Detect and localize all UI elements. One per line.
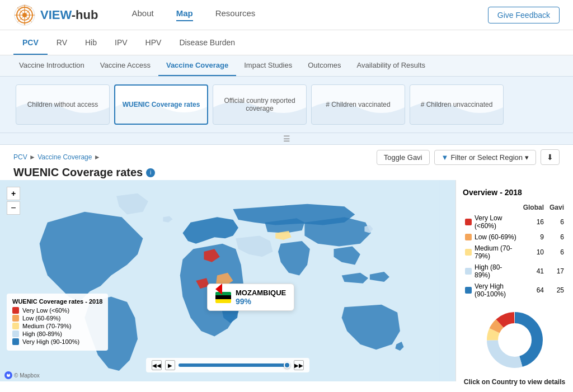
filter-region-label: Filter or Select Region (450, 153, 523, 162)
vaccine-tab-ipv[interactable]: IPV (106, 30, 137, 55)
timeline-forward-button[interactable]: ▶▶ (294, 360, 304, 370)
timeline-track[interactable] (179, 363, 290, 367)
logo: VIEW-hub (13, 4, 98, 26)
cards-row: Children without access WUENIC Coverage … (0, 77, 573, 133)
legend-color-high (12, 330, 19, 337)
breadcrumb-title-area: PCV ► Vaccine Coverage ► Toggle Gavi ▼ F… (0, 145, 573, 180)
card-wuenic-coverage[interactable]: WUENIC Coverage rates (114, 84, 208, 125)
card-official-coverage-label: Official country reported coverage (218, 97, 302, 112)
main-nav: About Map Resources (131, 8, 487, 21)
tooltip-pct: 99% (236, 297, 286, 306)
mapbox-credit: © Mapbox (4, 371, 40, 379)
toggle-gavi-button[interactable]: Toggle Gavi (377, 150, 430, 165)
vaccine-tab-pcv[interactable]: PCV (13, 30, 48, 55)
overview-color-1 (465, 234, 472, 240)
breadcrumb-arrow-2: ► (94, 153, 101, 161)
overview-panel: Overview - 2018 Global Gavi Very Low (<6… (455, 180, 573, 381)
breadcrumb: PCV ► Vaccine Coverage ► (13, 153, 101, 161)
overview-label-4: Very High (90-100%) (475, 282, 518, 298)
world-map-svg (0, 180, 455, 381)
sub-tab-impact-studies[interactable]: Impact Studies (236, 55, 300, 76)
sub-tab-outcomes[interactable]: Outcomes (300, 55, 349, 76)
tooltip-flag (215, 292, 231, 303)
overview-label-0: Very Low (<60%) (475, 214, 518, 230)
svg-point-13 (8, 373, 9, 374)
donut-container (463, 306, 566, 374)
card-wuenic-coverage-label: WUENIC Coverage rates (123, 101, 200, 108)
overview-global-0: 16 (520, 212, 547, 232)
vaccine-tab-disease-burden[interactable]: Disease Burden (170, 30, 244, 55)
vaccine-tab-hib[interactable]: Hib (76, 30, 106, 55)
overview-color-4 (465, 287, 472, 294)
overview-label-3: High (80-89%) (475, 263, 518, 279)
timeline-play-button[interactable]: ▶ (165, 360, 175, 370)
overview-row-0: Very Low (<60%) 16 6 (463, 212, 566, 232)
overview-gavi-0: 6 (547, 212, 566, 232)
map-tooltip: MOZAMBIQUE 99% (207, 284, 294, 311)
filter-region-button[interactable]: ▼ Filter or Select Region ▾ (434, 150, 537, 165)
download-button[interactable]: ⬇ (541, 149, 560, 165)
map-legend: WUENIC Coverage rates - 2018 Very Low (<… (7, 294, 108, 351)
overview-global-4: 64 (520, 281, 547, 300)
overview-row-2: Medium (70-79%) 10 6 (463, 243, 566, 262)
legend-item-3: High (80-89%) (12, 330, 102, 337)
header: VIEW-hub About Map Resources Give Feedba… (0, 0, 573, 30)
overview-col-gavi: Gavi (547, 202, 566, 212)
legend-item-4: Very High (90-100%) (12, 338, 102, 345)
breadcrumb-pcv: PCV (13, 153, 27, 161)
nav-map[interactable]: Map (176, 8, 193, 21)
overview-col-global: Global (520, 202, 547, 212)
legend-label-very-high: Very High (90-100%) (22, 338, 79, 345)
overview-row-3: High (80-89%) 41 17 (463, 262, 566, 281)
filter-icon: ▼ (442, 153, 449, 162)
main-content: + − WUENIC Coverage rates - 2018 Very Lo… (0, 180, 573, 381)
sub-tab-vaccine-introduction[interactable]: Vaccine Introduction (11, 55, 92, 76)
logo-text: VIEW-hub (40, 8, 98, 22)
overview-title: Overview - 2018 (463, 188, 566, 197)
nav-resources[interactable]: Resources (215, 8, 256, 21)
card-children-without-access[interactable]: Children without access (16, 84, 110, 125)
timeline-thumb (284, 362, 290, 369)
legend-color-medium (12, 323, 19, 329)
overview-gavi-1: 6 (547, 232, 566, 243)
sub-tabs: Vaccine Introduction Vaccine Access Vacc… (0, 55, 573, 77)
vaccine-tab-hpv[interactable]: HPV (137, 30, 171, 55)
zoom-in-button[interactable]: + (7, 187, 20, 200)
logo-icon (13, 4, 36, 26)
card-children-unvaccinated[interactable]: # Children unvaccinated (410, 84, 504, 125)
overview-row-4: Very High (90-100%) 64 25 (463, 281, 566, 300)
timeline-bar: ◀◀ ▶ ▶▶ (146, 358, 309, 372)
vaccine-tab-rv[interactable]: RV (48, 30, 76, 55)
sub-tab-vaccine-access[interactable]: Vaccine Access (92, 55, 158, 76)
give-feedback-button[interactable]: Give Feedback (488, 7, 560, 23)
overview-color-0 (465, 219, 472, 225)
overview-col-label (463, 202, 520, 212)
svg-point-19 (499, 324, 530, 356)
legend-label-high: High (80-89%) (22, 330, 62, 337)
sub-tab-availability[interactable]: Availability of Results (349, 55, 433, 76)
legend-color-very-low (12, 307, 19, 314)
sub-tab-vaccine-coverage[interactable]: Vaccine Coverage (158, 55, 236, 76)
overview-label-1: Low (60-69%) (475, 233, 516, 241)
map-legend-title: WUENIC Coverage rates - 2018 (12, 298, 102, 305)
overview-global-3: 41 (520, 262, 547, 281)
zoom-out-button[interactable]: − (7, 201, 20, 215)
legend-label-medium: Medium (70-79%) (22, 323, 71, 329)
breadcrumb-vaccine-coverage: Vaccine Coverage (37, 153, 92, 161)
card-children-vaccinated[interactable]: # Children vaccinated (311, 84, 405, 125)
map-controls: + − (7, 187, 20, 215)
mapbox-logo (4, 371, 12, 379)
click-country-text: Click on Country to view details (463, 378, 566, 386)
overview-row-1: Low (60-69%) 9 6 (463, 232, 566, 243)
page-title: WUENIC Coverage rates (13, 166, 143, 179)
card-children-vaccinated-label: # Children vaccinated (326, 101, 390, 108)
map-container: + − WUENIC Coverage rates - 2018 Very Lo… (0, 180, 455, 381)
collapse-button[interactable]: ☰ (283, 134, 290, 143)
overview-table: Global Gavi Very Low (<60%) 16 6 Low (463, 202, 566, 300)
legend-item-0: Very Low (<60%) (12, 307, 102, 314)
card-official-coverage[interactable]: Official country reported coverage (213, 84, 307, 125)
timeline-back-button[interactable]: ◀◀ (152, 360, 162, 370)
nav-about[interactable]: About (131, 8, 153, 21)
info-icon[interactable]: i (146, 168, 155, 177)
legend-label-very-low: Very Low (<60%) (22, 307, 69, 314)
